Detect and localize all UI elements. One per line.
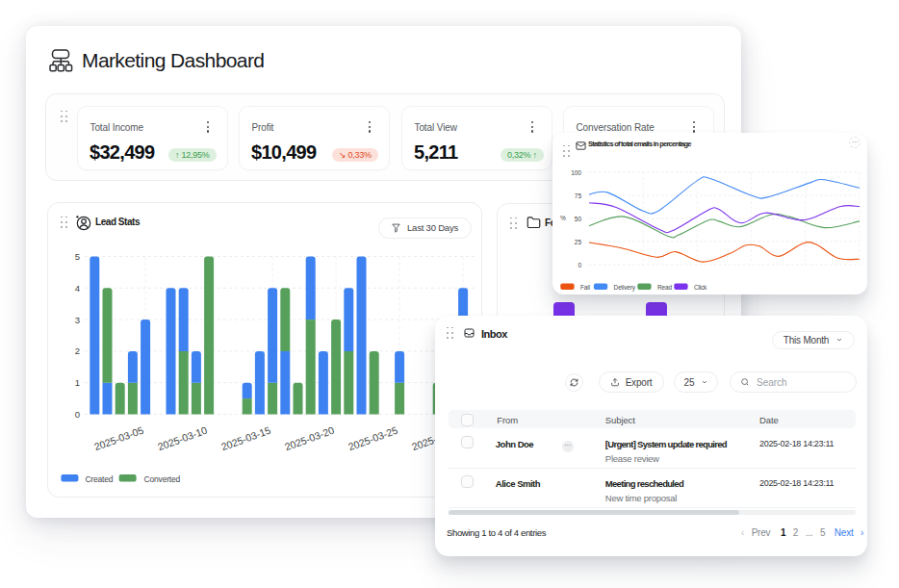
svg-text:0: 0 xyxy=(578,262,581,268)
svg-text:4: 4 xyxy=(75,283,80,294)
svg-text:Read: Read xyxy=(657,284,672,291)
svg-text:2025-03-25: 2025-03-25 xyxy=(347,424,399,453)
svg-text:Fail: Fail xyxy=(580,284,591,291)
svg-text:0: 0 xyxy=(75,409,80,420)
svg-text:2025-03-05: 2025-03-05 xyxy=(92,424,145,453)
svg-text:5: 5 xyxy=(75,251,80,262)
svg-text:Converted: Converted xyxy=(144,474,181,484)
svg-text:75: 75 xyxy=(575,192,582,199)
svg-text:1: 1 xyxy=(75,377,80,388)
svg-text:100: 100 xyxy=(571,169,581,176)
svg-text:2025-03-10: 2025-03-10 xyxy=(156,424,209,453)
svg-text:2025-03-15: 2025-03-15 xyxy=(219,424,272,453)
svg-text:Click: Click xyxy=(694,284,707,291)
svg-text:3: 3 xyxy=(75,315,80,325)
svg-text:25: 25 xyxy=(575,239,582,245)
svg-text:Delivery: Delivery xyxy=(614,284,636,292)
svg-text:Created: Created xyxy=(85,474,113,484)
svg-text:50: 50 xyxy=(575,216,582,222)
svg-text:%: % xyxy=(560,215,566,221)
svg-text:2: 2 xyxy=(75,345,80,356)
svg-text:2025-03-20: 2025-03-20 xyxy=(283,424,336,453)
